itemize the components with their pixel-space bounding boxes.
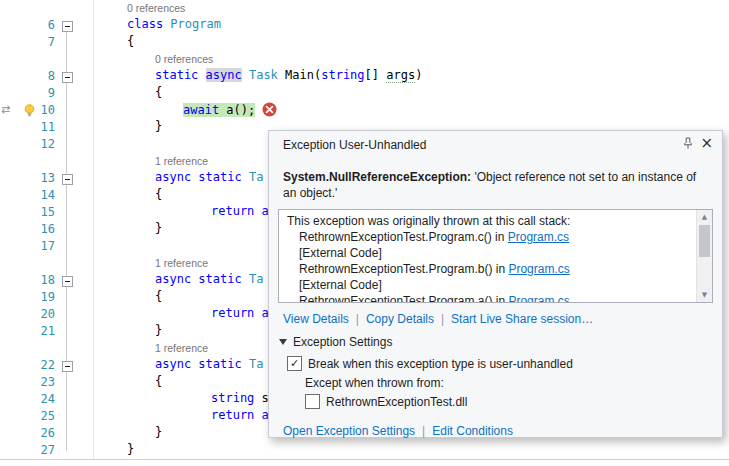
line-number[interactable]: 25 <box>0 408 55 425</box>
codelens-label[interactable]: 1 reference <box>155 257 208 269</box>
line-number[interactable]: 16 <box>0 221 55 238</box>
open-exception-settings-link[interactable]: Open Exception Settings <box>283 424 415 438</box>
code-text[interactable]: } <box>155 425 162 439</box>
margin-arrows-icon: ⇄ <box>1 103 10 116</box>
edit-conditions-link[interactable]: Edit Conditions <box>432 424 513 438</box>
code-line: 7{ <box>0 34 729 51</box>
scroll-thumb[interactable] <box>699 225 710 257</box>
scroll-up-icon[interactable]: ▲ <box>697 213 712 221</box>
frame-file-link[interactable]: Program.cs <box>508 262 569 276</box>
copy-details-link[interactable]: Copy Details <box>366 312 434 326</box>
code-text[interactable]: async static Ta <box>155 357 263 371</box>
line-number[interactable]: 9 <box>0 85 55 102</box>
frame-text: [External Code] <box>299 278 382 292</box>
dll-checkbox-row[interactable]: RethrownExceptionTest.dll <box>305 394 708 409</box>
code-text[interactable]: } <box>127 442 134 456</box>
callstack-frame: RethrownExceptionTest.Program.b() in Pro… <box>287 261 692 277</box>
pin-icon[interactable] <box>682 137 694 153</box>
callstack-frame: RethrownExceptionTest.Program.c() in Pro… <box>287 229 692 245</box>
dll-checkbox[interactable] <box>305 394 320 409</box>
fold-collapse-icon[interactable] <box>62 361 73 372</box>
frame-text: RethrownExceptionTest.Program.c() in <box>299 230 508 244</box>
break-checkbox-label: Break when this exception type is user-u… <box>308 357 573 371</box>
codelens-label[interactable]: 1 reference <box>155 342 208 354</box>
line-number[interactable]: 17 <box>0 238 55 255</box>
line-number[interactable]: 7 <box>0 34 55 51</box>
exception-settings-expander[interactable]: Exception Settings <box>269 326 722 349</box>
frame-text: RethrownExceptionTest.Program.b() in <box>299 262 508 276</box>
line-number[interactable]: 13 <box>0 170 55 187</box>
dll-checkbox-label: RethrownExceptionTest.dll <box>326 395 467 409</box>
expander-triangle-icon <box>279 339 287 345</box>
line-number[interactable]: 18 <box>0 272 55 289</box>
callstack-header-line: This exception was originally thrown at … <box>287 213 692 229</box>
codelens-label[interactable]: 0 references <box>155 53 213 65</box>
exception-popup-header: Exception User-Unhandled × <box>269 131 722 162</box>
code-line: 8static async Task Main(string[] args) <box>0 68 729 85</box>
code-line: 27} <box>0 442 729 459</box>
line-number[interactable]: 11 <box>0 119 55 136</box>
scroll-down-icon[interactable]: ▼ <box>697 291 712 299</box>
line-number[interactable]: 26 <box>0 425 55 442</box>
code-line: 9{ <box>0 85 729 102</box>
callstack-frame: [External Code] <box>287 245 692 261</box>
code-text[interactable]: { <box>155 289 162 303</box>
close-icon[interactable]: × <box>700 134 713 152</box>
exception-popup: Exception User-Unhandled × System.NullRe… <box>268 130 723 438</box>
line-number[interactable]: 27 <box>0 442 55 459</box>
line-number[interactable]: 24 <box>0 391 55 408</box>
callstack-box: This exception was originally thrown at … <box>278 209 713 303</box>
fold-collapse-icon[interactable] <box>62 276 73 287</box>
code-text[interactable]: static async Task Main(string[] args) <box>155 68 422 82</box>
codelens-row: 0 references <box>0 0 729 17</box>
frame-file-link[interactable]: Program.cs <box>508 230 569 244</box>
error-icon[interactable] <box>262 102 277 120</box>
code-text[interactable]: } <box>155 119 162 133</box>
fold-collapse-icon[interactable] <box>62 174 73 185</box>
line-number[interactable]: 15 <box>0 204 55 221</box>
break-checkbox-row[interactable]: ✓ Break when this exception type is user… <box>287 356 708 371</box>
code-text[interactable]: } <box>155 221 162 235</box>
live-share-link[interactable]: Start Live Share session… <box>451 312 593 326</box>
codelens-label[interactable]: 1 reference <box>155 155 208 167</box>
view-details-link[interactable]: View Details <box>283 312 349 326</box>
code-text[interactable]: async static Ta <box>155 170 263 184</box>
line-number[interactable]: 23 <box>0 374 55 391</box>
popup-title: Exception User-Unhandled <box>283 138 426 152</box>
details-links-row: View Details|Copy Details|Start Live Sha… <box>269 303 722 326</box>
break-checkbox[interactable]: ✓ <box>287 356 302 371</box>
settings-links-row: Open Exception Settings|Edit Conditions <box>269 409 722 438</box>
exception-type: System.NullReferenceException: <box>283 170 471 184</box>
line-number[interactable]: 8 <box>0 68 55 85</box>
code-text[interactable]: { <box>155 374 162 388</box>
line-number[interactable]: 14 <box>0 187 55 204</box>
editor-bottom-border <box>0 459 729 460</box>
code-text[interactable]: await a(); <box>183 102 277 120</box>
code-text[interactable]: } <box>155 323 162 337</box>
fold-collapse-icon[interactable] <box>62 72 73 83</box>
line-number[interactable]: 6 <box>0 17 55 34</box>
line-number[interactable]: 21 <box>0 323 55 340</box>
frame-text: RethrownExceptionTest.Program.a() in <box>299 294 508 303</box>
line-number[interactable]: 19 <box>0 289 55 306</box>
frame-file-link[interactable]: Program.cs <box>508 294 569 303</box>
exception-settings-label: Exception Settings <box>293 335 392 349</box>
callstack-content: This exception was originally thrown at … <box>279 210 712 303</box>
line-number[interactable]: 22 <box>0 357 55 374</box>
code-text[interactable]: class Program <box>127 17 221 31</box>
codelens-row: 0 references <box>0 51 729 68</box>
code-line: 10await a();⇄ <box>0 102 729 119</box>
line-number[interactable]: 20 <box>0 306 55 323</box>
code-text[interactable]: { <box>127 34 134 48</box>
fold-collapse-icon[interactable] <box>62 21 73 32</box>
exception-message-block: System.NullReferenceException: 'Object r… <box>269 162 722 209</box>
line-number[interactable]: 12 <box>0 136 55 153</box>
callstack-scrollbar[interactable]: ▲ ▼ <box>696 210 712 302</box>
code-text[interactable]: { <box>155 85 162 99</box>
code-text[interactable]: async static Ta <box>155 272 263 286</box>
codelens-label[interactable]: 0 references <box>127 2 185 14</box>
code-line: 6class Program <box>0 17 729 34</box>
callstack-frame: [External Code] <box>287 277 692 293</box>
except-when-label: Except when thrown from: <box>305 376 722 390</box>
code-text[interactable]: { <box>155 187 162 201</box>
